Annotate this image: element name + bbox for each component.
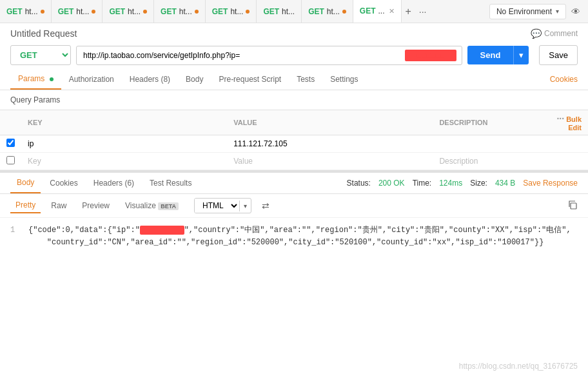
req-tab-params[interactable]: Params <box>10 69 61 90</box>
row2-key-cell <box>21 153 227 170</box>
tab-dot <box>195 10 199 14</box>
req-tab-settings[interactable]: Settings <box>322 70 366 89</box>
url-redacted-value: ■■■■■■ <box>405 50 456 61</box>
add-tab-button[interactable]: + <box>402 0 415 23</box>
req-tab-label: Authorization <box>69 75 114 84</box>
fmt-tab-pretty[interactable]: Pretty <box>10 198 41 213</box>
req-tab-tests[interactable]: Tests <box>289 70 322 89</box>
code-content-1: {"code":0,"data":{"ip":" ","country":"中国… <box>28 224 571 237</box>
row1-value-cell <box>227 135 433 153</box>
size-value: 434 B <box>495 179 515 188</box>
save-button[interactable]: Save <box>539 45 578 65</box>
tab-close-icon[interactable]: ✕ <box>389 7 395 15</box>
status-label: Status: <box>347 179 371 188</box>
req-tab-prerequest[interactable]: Pre-request Script <box>211 70 289 89</box>
fmt-tab-preview[interactable]: Preview <box>77 199 115 213</box>
tab-tab1[interactable]: GET ht... <box>0 0 52 23</box>
resp-tab-testresults[interactable]: Test Results <box>143 173 198 193</box>
row1-key-input[interactable] <box>28 139 220 148</box>
format-dropdown-icon[interactable]: ▾ <box>239 200 251 211</box>
response-status-bar: Status: 200 OK Time: 124ms Size: 434 B S… <box>347 179 578 188</box>
copy-icon[interactable] <box>567 200 578 212</box>
response-code-area: 1 {"code":0,"data":{"ip":" ","country":"… <box>0 218 588 255</box>
save-response-button[interactable]: Save Response <box>523 179 578 188</box>
request-header: Untitled Request 💬 Comment <box>0 23 588 41</box>
cookies-link[interactable]: Cookies <box>550 75 578 84</box>
tab-method: GET <box>58 7 74 16</box>
size-label: Size: <box>470 179 487 188</box>
tab-label: ht... <box>179 7 192 16</box>
resp-tab-body[interactable]: Body <box>10 173 41 193</box>
tab-tab7[interactable]: GET ht... <box>302 0 353 23</box>
tab-method: GET <box>360 6 376 15</box>
tab-tab5[interactable]: GET ht... <box>206 0 257 23</box>
format-select[interactable]: HTML JSON Text <box>195 199 239 213</box>
row1-checkbox[interactable] <box>6 139 15 147</box>
beta-badge: BETA <box>158 202 179 210</box>
tab-method: GET <box>263 7 279 16</box>
tab-tab2[interactable]: GET ht... <box>52 0 103 23</box>
tab-dot <box>92 10 95 14</box>
query-params-title: Query Params <box>0 90 588 110</box>
req-tab-headers[interactable]: Headers (8) <box>122 70 178 89</box>
tab-tab4[interactable]: GET ht... <box>154 0 206 23</box>
resp-tab-headers[interactable]: Headers (6) <box>87 173 141 193</box>
tab-label: ht... <box>76 7 89 16</box>
code-line-1: 1 {"code":0,"data":{"ip":" ","country":"… <box>10 224 578 237</box>
ip-redacted <box>140 226 184 235</box>
col-check <box>0 110 21 135</box>
topbar-right: No Environment ▾ 👁 <box>459 4 588 19</box>
tab-dot <box>143 10 147 14</box>
tab-label: ht... <box>230 7 243 16</box>
row1-desc-input[interactable] <box>439 139 543 148</box>
row2-check-cell <box>0 153 21 170</box>
tab-tab6[interactable]: GET ht... <box>257 0 302 23</box>
more-icon[interactable]: ··· <box>556 113 564 124</box>
tab-dot <box>342 10 346 14</box>
bulk-edit-button[interactable]: Bulk Edit <box>566 115 582 132</box>
row2-key-input[interactable] <box>28 157 220 166</box>
query-params-section: Query Params KEY VALUE DESCRIPTION ··· B… <box>0 90 588 170</box>
col-desc: DESCRIPTION <box>433 110 549 135</box>
req-tab-label: Settings <box>330 75 358 84</box>
req-tab-dot <box>50 77 54 81</box>
req-tab-label: Headers (8) <box>130 75 170 84</box>
send-button[interactable]: Send <box>467 46 514 64</box>
method-select[interactable]: GET POST PUT DELETE <box>10 45 71 65</box>
req-tab-authorization[interactable]: Authorization <box>61 70 122 89</box>
row2-desc-input[interactable] <box>439 157 543 166</box>
fmt-tab-raw[interactable]: Raw <box>46 199 72 213</box>
tab-label: ht... <box>25 7 38 16</box>
fmt-tab-visualize[interactable]: Visualize BETA <box>120 199 184 213</box>
req-tab-body[interactable]: Body <box>178 70 211 89</box>
wrap-icon[interactable]: ⇄ <box>262 200 270 211</box>
comment-icon: 💬 <box>531 28 542 39</box>
row2-desc-cell <box>433 153 549 170</box>
request-tabs: Params Authorization Headers (8) Body Pr… <box>0 69 588 90</box>
row2-checkbox[interactable] <box>6 156 15 164</box>
tab-method: GET <box>6 7 23 16</box>
tab-tab3[interactable]: GET ht... <box>103 0 154 23</box>
comment-button[interactable]: 💬 Comment <box>531 28 578 39</box>
row1-value-input[interactable] <box>233 139 426 148</box>
environment-dropdown[interactable]: No Environment ▾ <box>489 4 566 19</box>
line-number-2 <box>10 237 21 249</box>
resp-tab-cookies[interactable]: Cookies <box>43 173 84 193</box>
row1-check-cell <box>0 135 21 153</box>
col-key: KEY <box>21 110 227 135</box>
url-input[interactable] <box>77 46 405 64</box>
tab-label: ht... <box>327 7 340 16</box>
row2-value-input[interactable] <box>233 157 426 166</box>
req-tab-label: Body <box>186 75 203 84</box>
svg-rect-0 <box>571 203 576 209</box>
tab-method: GET <box>308 7 324 16</box>
req-tab-label: Params <box>18 74 44 83</box>
response-area: Body Cookies Headers (6) Test Results St… <box>0 170 588 255</box>
more-tabs-button[interactable]: ··· <box>415 0 431 23</box>
send-dropdown-button[interactable]: ▾ <box>513 46 529 64</box>
row1-actions-cell <box>549 135 588 153</box>
row1-desc-cell <box>433 135 549 153</box>
tab-tab8[interactable]: GET ... ✕ <box>353 0 402 23</box>
eye-icon[interactable]: 👁 <box>571 6 580 17</box>
tab-dot <box>246 10 250 14</box>
